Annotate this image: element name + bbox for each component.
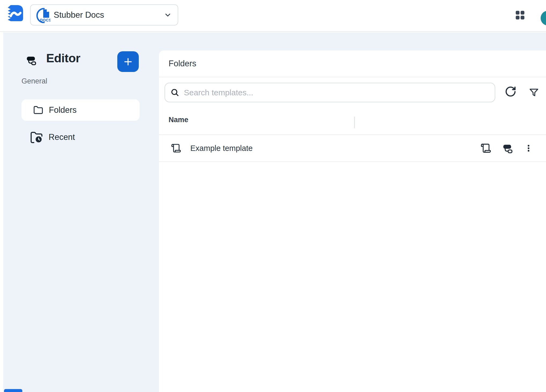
panel-header: Folders [159, 50, 546, 77]
sidebar-item-label: Recent [49, 132, 75, 142]
chevron-down-icon [164, 11, 172, 19]
folder-icon [33, 105, 43, 115]
sidebar-item-label: Folders [49, 105, 77, 115]
template-name: Example template [190, 144, 253, 153]
add-button[interactable] [117, 51, 139, 72]
search-box [165, 83, 495, 102]
stubber-docs-icon: DOCS [34, 7, 50, 23]
workspace-selector[interactable]: DOCS Stubber Docs [30, 4, 178, 26]
row-actions [481, 143, 533, 154]
sidebar-item-recent[interactable]: Recent [21, 126, 140, 148]
editor-stub-icon [26, 55, 37, 66]
refresh-button[interactable] [505, 86, 516, 97]
docs-icon-caption: DOCS [40, 18, 50, 22]
user-avatar[interactable] [541, 11, 546, 26]
more-options-kebab-icon[interactable] [525, 143, 533, 154]
open-scroll-button[interactable] [481, 143, 491, 154]
sidebar-item-folders[interactable]: Folders [21, 99, 140, 121]
search-input[interactable] [184, 88, 489, 97]
scroll-template-icon [171, 143, 181, 153]
page-title: Folders [169, 59, 196, 68]
sidebar-title: Editor [46, 51, 80, 65]
filter-button[interactable] [529, 87, 539, 97]
column-resize-handle[interactable] [354, 117, 355, 128]
workspace-label: Stubber Docs [54, 10, 164, 20]
folder-clock-icon [30, 131, 43, 144]
sidebar: Editor General Folders [3, 32, 159, 392]
table-row[interactable]: Example template [159, 135, 546, 162]
column-header-name[interactable]: Name [169, 116, 188, 124]
main-panel: Folders Name [159, 50, 546, 392]
partially-visible-blue-element[interactable] [4, 389, 22, 392]
content-area: Editor General Folders [3, 32, 546, 392]
apps-grid-icon[interactable] [514, 9, 526, 21]
plus-icon [122, 56, 134, 68]
search-icon [170, 88, 179, 97]
stubber-logo-icon[interactable] [6, 5, 24, 22]
sidebar-section-label: General [21, 77, 47, 85]
open-stub-editor-button[interactable] [503, 143, 513, 154]
top-header: DOCS Stubber Docs [0, 0, 546, 32]
